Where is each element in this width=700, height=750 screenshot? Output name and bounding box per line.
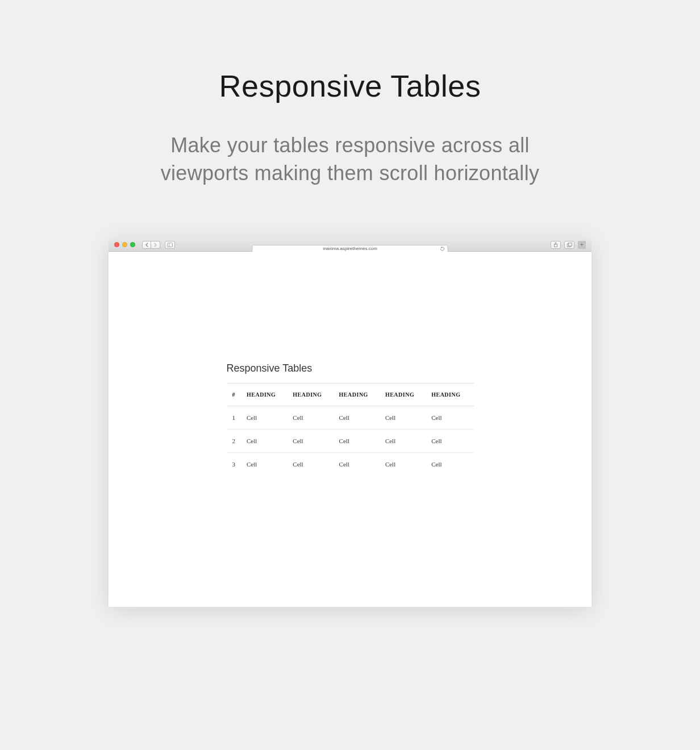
share-button[interactable]: [551, 241, 561, 249]
table-cell: Cell: [293, 406, 339, 430]
table-header: HEADING: [293, 384, 339, 406]
table-cell: Cell: [385, 430, 431, 453]
table-cell: Cell: [339, 406, 385, 430]
page-title: Responsive Tables: [0, 68, 700, 103]
table-cell: 3: [227, 453, 247, 476]
new-tab-button[interactable]: +: [578, 241, 586, 249]
table-header-row: # HEADING HEADING HEADING HEADING HEADIN…: [227, 384, 474, 406]
table-cell: 2: [227, 430, 247, 453]
responsive-table[interactable]: # HEADING HEADING HEADING HEADING HEADIN…: [227, 383, 474, 476]
browser-chrome: maxima.aspirethemes.com +: [109, 238, 591, 252]
traffic-lights: [114, 242, 135, 247]
sidebar-toggle-button[interactable]: [165, 241, 175, 249]
table-row: 2 Cell Cell Cell Cell Cell Cell: [227, 430, 474, 453]
minimize-window-icon[interactable]: [122, 242, 127, 247]
table-row: 1 Cell Cell Cell Cell Cell Cell: [227, 406, 474, 430]
table-header: HEADING: [339, 384, 385, 406]
close-window-icon[interactable]: [114, 242, 119, 247]
tabs-button[interactable]: [564, 241, 574, 249]
table-cell: Cell: [431, 430, 473, 453]
table-cell: Cell: [293, 453, 339, 476]
nav-buttons: [142, 241, 160, 249]
table-cell: Cell: [247, 453, 293, 476]
table-cell: 1: [227, 406, 247, 430]
address-bar-url: maxima.aspirethemes.com: [323, 246, 377, 251]
table-row: 3 Cell Cell Cell Cell Cell Cell: [227, 453, 474, 476]
table-cell: Cell: [293, 430, 339, 453]
table-cell: Cell: [431, 453, 473, 476]
table-header: HEADING: [247, 384, 293, 406]
table-header: HEADING: [431, 384, 473, 406]
browser-content: Responsive Tables # HEADING HEADING HEAD…: [109, 252, 591, 607]
maximize-window-icon[interactable]: [130, 242, 135, 247]
table-cell: Cell: [339, 453, 385, 476]
page-subtitle: Make your tables responsive across all v…: [128, 132, 572, 187]
svg-rect-0: [168, 243, 173, 247]
forward-button[interactable]: [151, 241, 160, 249]
table-header: HEADING: [385, 384, 431, 406]
table-cell: Cell: [247, 430, 293, 453]
section-title: Responsive Tables: [227, 363, 474, 374]
refresh-icon[interactable]: [440, 247, 445, 251]
table-cell: Cell: [339, 430, 385, 453]
table-cell: Cell: [431, 406, 473, 430]
svg-rect-5: [568, 243, 572, 246]
table-cell: Cell: [385, 453, 431, 476]
table-header: #: [227, 384, 247, 406]
table-cell: Cell: [247, 406, 293, 430]
table-cell: Cell: [385, 406, 431, 430]
browser-window: maxima.aspirethemes.com + Responsi: [109, 238, 591, 607]
back-button[interactable]: [142, 241, 151, 249]
